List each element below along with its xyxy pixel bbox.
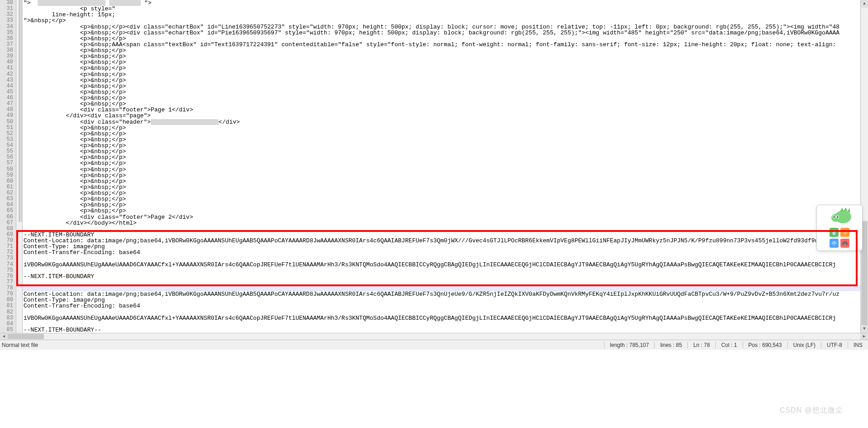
code-line[interactable]: line-height: 15px;: [23, 12, 868, 18]
line-number: 42: [0, 72, 13, 77]
fold-margin[interactable]: [16, 0, 23, 333]
code-line[interactable]: <p>&nbsp;</p>: [23, 89, 868, 95]
ime-icon[interactable]: 🎮: [840, 239, 849, 248]
code-line[interactable]: Content-Transfer-Encoding: base64: [23, 303, 868, 309]
code-line[interactable]: "> ">: [23, 0, 868, 6]
svg-point-3: [834, 216, 835, 218]
line-number: 52: [0, 131, 13, 137]
code-line[interactable]: </div><div class="page">: [23, 113, 868, 119]
code-line[interactable]: <p>&nbsp;</p>: [23, 143, 868, 149]
code-area[interactable]: "> "> <p style=" line-height: 15px;">&nb…: [23, 0, 868, 333]
code-line[interactable]: <p>&nbsp;</p>: [23, 77, 868, 83]
code-line[interactable]: <p>&nbsp;</p><div class="echartBox" id="…: [23, 30, 868, 36]
code-line[interactable]: ">&nbsp;</p>: [23, 18, 868, 24]
code-line[interactable]: [23, 268, 868, 274]
line-number: 43: [0, 77, 13, 83]
vertical-scrollbar[interactable]: ▲ ▼: [860, 0, 868, 333]
code-line[interactable]: Content-Transfer-Encoding: base64: [23, 250, 868, 255]
line-number: 41: [0, 65, 13, 71]
code-line[interactable]: <p>&nbsp;</p>: [23, 95, 868, 101]
code-line[interactable]: <p>&nbsp;AAA<span class="textBox" id="Te…: [23, 42, 868, 48]
horizontal-scroll-track[interactable]: [8, 333, 860, 340]
code-line[interactable]: --NEXT.ITEM-BOUNDARY--: [23, 327, 868, 333]
code-line[interactable]: <p>&nbsp;</p>: [23, 160, 868, 166]
code-line[interactable]: <p>&nbsp;</p>: [23, 178, 868, 184]
code-line[interactable]: <p>&nbsp;</p><div class="echartBox" id="…: [23, 24, 868, 30]
code-line[interactable]: <p>&nbsp;</p>: [23, 125, 868, 131]
code-line[interactable]: [23, 321, 868, 327]
ime-icon[interactable]: 中: [830, 239, 839, 248]
ime-mascot-widget[interactable]: 👕半中🎮: [816, 205, 863, 251]
code-line[interactable]: <div class="footer">Page 1</div>: [23, 107, 868, 113]
line-number: 58: [0, 167, 13, 173]
code-line[interactable]: <p>&nbsp;</p>: [23, 196, 868, 202]
line-number: 65: [0, 208, 13, 214]
code-line[interactable]: <p>&nbsp;</p>: [23, 190, 868, 196]
scroll-left-button[interactable]: ◀: [0, 333, 8, 340]
code-line[interactable]: <p>&nbsp;</p>: [23, 72, 868, 77]
code-line[interactable]: <p>&nbsp;</p>: [23, 59, 868, 65]
status-encoding: UTF-8: [821, 342, 848, 348]
code-line[interactable]: Content-Location: data:image/png;base64,…: [23, 238, 868, 244]
code-line[interactable]: <p>&nbsp;</p>: [23, 154, 868, 160]
code-line[interactable]: <p>&nbsp;</p>: [23, 101, 868, 107]
scroll-down-button[interactable]: ▼: [861, 325, 868, 333]
code-line[interactable]: [23, 255, 868, 261]
scroll-up-button[interactable]: ▲: [861, 0, 868, 8]
code-line[interactable]: [23, 279, 868, 285]
code-line[interactable]: iVBORw0KGgoAAAANSUhEUgAAAeUAAAD6CAYAAACf…: [23, 315, 868, 321]
line-number: 51: [0, 125, 13, 131]
code-line[interactable]: Content-Type: image/png: [23, 244, 868, 250]
line-number: 35: [0, 30, 13, 36]
code-line[interactable]: <p>&nbsp;</p>: [23, 173, 868, 178]
code-line[interactable]: </div></body></html>: [23, 220, 868, 226]
code-line[interactable]: <div class="header"> </div>: [23, 119, 868, 125]
code-line[interactable]: <div class="footer">Page 2</div>: [23, 214, 868, 220]
ime-icon-grid: 👕半中🎮: [830, 228, 849, 248]
status-file-type: Normal text file: [0, 342, 604, 348]
code-line[interactable]: <p>&nbsp;</p>: [23, 184, 868, 190]
code-line[interactable]: Content-Type: image/png: [23, 297, 868, 303]
line-number: 81: [0, 303, 13, 309]
code-line[interactable]: <p>&nbsp;</p>: [23, 48, 868, 53]
code-line[interactable]: <p>&nbsp;</p>: [23, 36, 868, 42]
line-number: 74: [0, 262, 13, 268]
code-line[interactable]: iVBORw0KGgoAAAANSUhEUgAAAeUAAAD6CAYAAACf…: [23, 262, 868, 268]
code-line[interactable]: Content-Location: data:image/png;base64,…: [23, 291, 868, 297]
dragon-icon: [826, 208, 853, 226]
code-line[interactable]: <p>&nbsp;</p>: [23, 131, 868, 137]
line-number: 76: [0, 274, 13, 279]
line-number: 49: [0, 113, 13, 119]
code-line[interactable]: <p>&nbsp;</p>: [23, 208, 868, 214]
code-line[interactable]: <p>&nbsp;</p>: [23, 202, 868, 208]
line-number: 60: [0, 178, 13, 184]
code-line[interactable]: <p>&nbsp;</p>: [23, 83, 868, 89]
status-col: Col : 1: [715, 342, 743, 348]
line-number-gutter: 3031323334353637383940414243444546474849…: [0, 0, 16, 333]
code-line[interactable]: [23, 226, 868, 232]
code-line[interactable]: --NEXT.ITEM-BOUNDARY: [23, 274, 868, 279]
code-line[interactable]: [23, 309, 868, 315]
ime-icon[interactable]: 👕: [830, 228, 839, 237]
horizontal-scroll-thumb[interactable]: [8, 334, 44, 339]
code-line[interactable]: [23, 285, 868, 291]
code-line[interactable]: <p>&nbsp;</p>: [23, 53, 868, 59]
line-number: 67: [0, 220, 13, 226]
code-line[interactable]: <p>&nbsp;</p>: [23, 65, 868, 71]
line-number: 33: [0, 18, 13, 24]
code-line[interactable]: <p>&nbsp;</p>: [23, 149, 868, 154]
ime-icon[interactable]: 半: [840, 228, 849, 237]
svg-point-1: [831, 214, 840, 222]
status-eol: Unix (LF): [787, 342, 821, 348]
code-line[interactable]: <p>&nbsp;</p>: [23, 167, 868, 173]
scroll-right-button[interactable]: ▶: [860, 333, 868, 340]
line-number: 75: [0, 268, 13, 274]
code-line[interactable]: <p style=": [23, 6, 868, 12]
svg-point-5: [837, 216, 839, 218]
watermark-text: CSDN @想北微尘: [780, 406, 843, 415]
line-number: 50: [0, 119, 13, 125]
code-line[interactable]: --NEXT.ITEM-BOUNDARY: [23, 232, 868, 238]
code-line[interactable]: <p>&nbsp;</p>: [23, 137, 868, 143]
horizontal-scrollbar[interactable]: ◀ ▶: [0, 333, 868, 340]
status-length: length : 785,107: [604, 342, 654, 348]
